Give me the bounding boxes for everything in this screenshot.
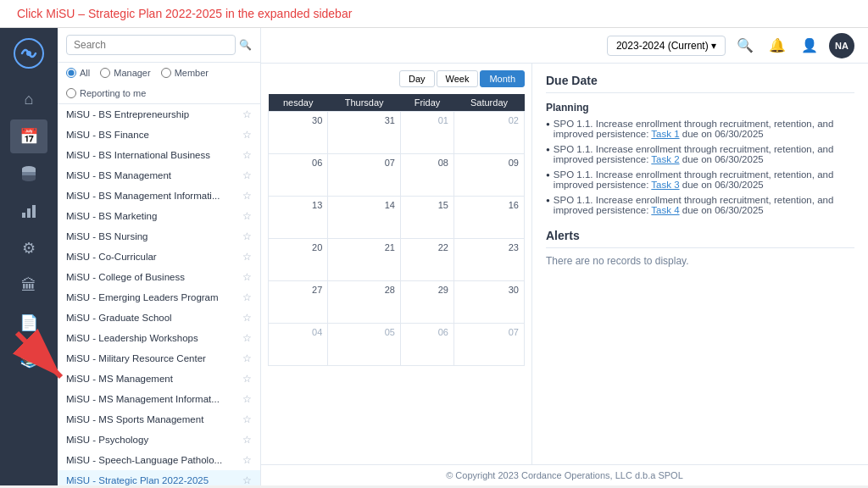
star-icon[interactable]: ☆ [242, 149, 252, 161]
star-icon[interactable]: ☆ [242, 271, 252, 283]
user-avatar[interactable]: NA [829, 33, 854, 58]
calendar-cell[interactable]: 30 [269, 112, 328, 154]
star-icon[interactable]: ☆ [242, 434, 252, 446]
month-view-button[interactable]: Month [480, 70, 525, 87]
star-icon[interactable]: ☆ [242, 393, 252, 405]
calendar-cell[interactable]: 20 [269, 239, 328, 281]
sidebar-building-icon[interactable]: 🏛 [10, 269, 47, 302]
star-icon[interactable]: ☆ [242, 108, 252, 120]
calendar-cell[interactable]: 04 [269, 324, 328, 366]
app-logo[interactable] [10, 35, 47, 72]
year-selector-label: 2023-2024 (Current) ▾ [616, 40, 716, 52]
sidebar-database-icon[interactable] [10, 157, 47, 191]
year-selector[interactable]: 2023-2024 (Current) ▾ [607, 36, 726, 56]
col-header-thu: Thursday [328, 94, 401, 112]
calendar-cell[interactable]: 14 [328, 197, 401, 239]
task-link[interactable]: Task 1 [651, 129, 679, 139]
sidebar-item-label: MiSU - BS Management Informati... [66, 191, 242, 201]
star-icon[interactable]: ☆ [242, 332, 252, 344]
task-link[interactable]: Task 2 [651, 154, 679, 164]
sidebar-list-item[interactable]: MiSU - Graduate School☆ [58, 308, 260, 328]
task-link[interactable]: Task 3 [651, 180, 679, 190]
calendar-cell[interactable]: 16 [454, 197, 525, 239]
sidebar-calendar-icon[interactable]: 📅 [10, 119, 47, 153]
filter-all[interactable]: All [66, 68, 90, 78]
filter-member-label: Member [175, 68, 209, 78]
star-icon[interactable]: ☆ [242, 210, 252, 222]
task-item: SPO 1.1. Increase enrollment through rec… [546, 119, 854, 139]
star-icon[interactable]: ☆ [242, 373, 252, 385]
star-icon[interactable]: ☆ [242, 129, 252, 141]
star-icon[interactable]: ☆ [242, 190, 252, 202]
filter-reporting[interactable]: Reporting to me [66, 88, 146, 98]
search-header-icon[interactable]: 🔍 [732, 33, 758, 58]
sidebar-item-label: MiSU - MS Sports Management [66, 414, 242, 424]
star-icon[interactable]: ☆ [242, 169, 252, 181]
sidebar-list-item[interactable]: MiSU - BS Finance☆ [58, 125, 260, 145]
day-view-button[interactable]: Day [399, 70, 435, 87]
sidebar-list-item[interactable]: MiSU - MS Management☆ [58, 369, 260, 389]
sidebar-list-item[interactable]: MiSU - BS Management☆ [58, 165, 260, 186]
calendar-cell[interactable]: 01 [400, 112, 453, 154]
calendar-cell[interactable]: 07 [328, 154, 401, 197]
sidebar-list-item[interactable]: MiSU - Military Resource Center☆ [58, 348, 260, 369]
calendar-cell[interactable]: 05 [328, 324, 401, 366]
sidebar-settings-icon[interactable]: ⚙ [10, 231, 47, 265]
alerts-title: Alerts [546, 229, 854, 248]
footer: © Copyright 2023 Cordance Operations, LL… [261, 464, 868, 485]
sidebar-chart-icon[interactable] [10, 194, 47, 228]
calendar-cell[interactable]: 09 [454, 154, 525, 197]
sidebar-item-label: MiSU - BS Management [66, 170, 242, 180]
star-icon[interactable]: ☆ [242, 413, 252, 425]
sidebar-list-item[interactable]: MiSU - MS Sports Management☆ [58, 409, 260, 430]
col-header-fri: Friday [400, 94, 453, 112]
star-icon[interactable]: ☆ [242, 251, 252, 263]
col-header-wed: nesday [269, 94, 328, 112]
task-text: SPO 1.1. Increase enrollment through rec… [554, 119, 854, 139]
calendar-cell[interactable]: 07 [454, 324, 525, 366]
main-content: 2023-2024 (Current) ▾ 🔍 🔔 👤 NA Day Week … [261, 28, 868, 485]
calendar-cell[interactable]: 08 [400, 154, 453, 197]
calendar-cell[interactable]: 29 [400, 281, 453, 324]
sidebar-list-item[interactable]: MiSU - BS Nursing☆ [58, 226, 260, 247]
calendar-cell[interactable]: 27 [269, 281, 328, 324]
calendar-cell[interactable]: 31 [328, 112, 401, 154]
sidebar-list-item[interactable]: MiSU - MS Management Informat...☆ [58, 389, 260, 409]
sidebar-list-item[interactable]: MiSU - Psychology☆ [58, 430, 260, 450]
sidebar-list-item[interactable]: MiSU - BS Management Informati...☆ [58, 186, 260, 206]
star-icon[interactable]: ☆ [242, 352, 252, 364]
calendar-cell[interactable]: 28 [328, 281, 401, 324]
sidebar-list-item[interactable]: MiSU - Strategic Plan 2022-2025☆ [58, 470, 260, 485]
sidebar-list-item[interactable]: MiSU - Speech-Language Patholo...☆ [58, 450, 260, 470]
calendar-cell[interactable]: 13 [269, 197, 328, 239]
sidebar-home-icon[interactable]: ⌂ [10, 82, 47, 116]
star-icon[interactable]: ☆ [242, 291, 252, 303]
sidebar-list-item[interactable]: MiSU - BS Marketing☆ [58, 206, 260, 226]
sidebar-list-item[interactable]: MiSU - Leadership Workshops☆ [58, 328, 260, 348]
calendar-cell[interactable]: 06 [400, 324, 453, 366]
sidebar-list-item[interactable]: MiSU - Co-Curricular☆ [58, 247, 260, 267]
calendar-cell[interactable]: 22 [400, 239, 453, 281]
star-icon[interactable]: ☆ [242, 454, 252, 466]
calendar-cell[interactable]: 02 [454, 112, 525, 154]
sidebar-list-item[interactable]: MiSU - College of Business☆ [58, 267, 260, 287]
task-text: SPO 1.1. Increase enrollment through rec… [554, 195, 854, 215]
star-icon[interactable]: ☆ [242, 230, 252, 242]
bell-icon[interactable]: 🔔 [765, 33, 790, 58]
filter-manager[interactable]: Manager [100, 68, 150, 78]
calendar-cell[interactable]: 15 [400, 197, 453, 239]
week-view-button[interactable]: Week [437, 70, 479, 87]
sidebar-list-item[interactable]: MiSU - BS Entrepreneurship☆ [58, 104, 260, 125]
search-input[interactable] [66, 35, 236, 55]
sidebar-list-item[interactable]: MiSU - BS International Business☆ [58, 145, 260, 165]
calendar-cell[interactable]: 30 [454, 281, 525, 324]
star-icon[interactable]: ☆ [242, 474, 252, 485]
calendar-cell[interactable]: 23 [454, 239, 525, 281]
calendar-cell[interactable]: 06 [269, 154, 328, 197]
star-icon[interactable]: ☆ [242, 312, 252, 324]
user-icon[interactable]: 👤 [797, 33, 822, 58]
task-link[interactable]: Task 4 [651, 205, 679, 215]
filter-member[interactable]: Member [161, 68, 209, 78]
sidebar-list-item[interactable]: MiSU - Emerging Leaders Program☆ [58, 287, 260, 308]
calendar-cell[interactable]: 21 [328, 239, 401, 281]
